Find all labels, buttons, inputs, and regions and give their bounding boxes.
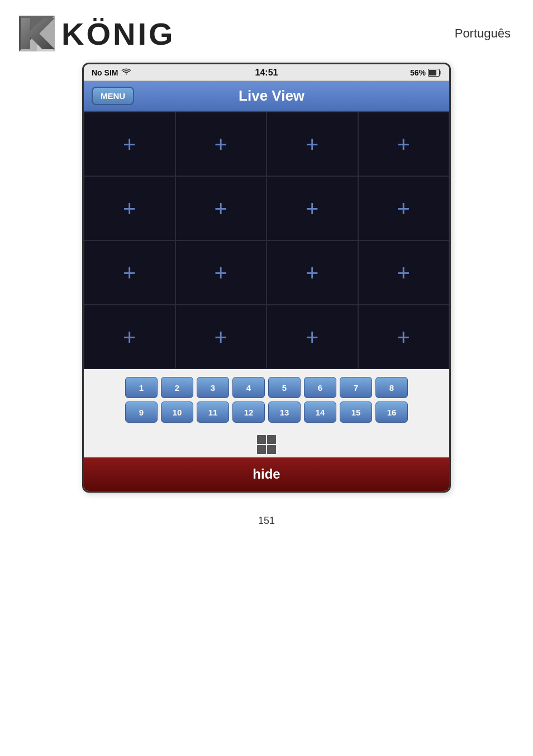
camera-cell-6[interactable]: + (175, 176, 267, 240)
add-camera-icon-4: + (397, 133, 410, 155)
channel-button-8[interactable]: 8 (375, 377, 408, 398)
phone-frame: No SIM 14:51 56% (82, 63, 451, 493)
add-camera-icon-7: + (306, 197, 318, 220)
channel-button-1[interactable]: 1 (125, 377, 158, 398)
camera-cell-1[interactable]: + (84, 112, 175, 176)
add-camera-icon-5: + (123, 197, 136, 220)
add-camera-icon-16: + (397, 326, 410, 348)
battery-icon (428, 69, 441, 77)
grid-cell-1 (257, 435, 266, 444)
camera-cell-14[interactable]: + (175, 305, 267, 369)
camera-cell-9[interactable]: + (84, 240, 175, 305)
brand-name-text: KÖNIG (61, 16, 175, 52)
svg-rect-8 (429, 70, 436, 75)
konig-logo-icon (17, 13, 57, 54)
add-camera-icon-6: + (215, 197, 227, 220)
add-camera-icon-15: + (306, 326, 318, 348)
language-label: Português (455, 26, 511, 41)
channel-row-1: 12345678 (88, 377, 445, 398)
channel-button-13[interactable]: 13 (268, 401, 301, 423)
camera-cell-11[interactable]: + (266, 240, 358, 305)
page-number: 151 (258, 515, 275, 527)
channel-button-15[interactable]: 15 (340, 401, 372, 423)
add-camera-icon-11: + (306, 262, 318, 284)
channel-button-12[interactable]: 12 (232, 401, 265, 423)
add-camera-icon-3: + (306, 133, 318, 155)
channel-button-6[interactable]: 6 (304, 377, 336, 398)
camera-cell-12[interactable]: + (358, 240, 450, 305)
channel-button-16[interactable]: 16 (375, 401, 408, 423)
status-bar: No SIM 14:51 56% (84, 64, 449, 81)
camera-cell-2[interactable]: + (175, 112, 267, 176)
camera-cell-13[interactable]: + (84, 305, 175, 369)
channel-button-3[interactable]: 3 (197, 377, 229, 398)
wifi-icon (121, 68, 131, 77)
add-camera-icon-13: + (123, 326, 136, 348)
camera-cell-4[interactable]: + (358, 112, 450, 176)
camera-cell-5[interactable]: + (84, 176, 175, 240)
camera-cell-16[interactable]: + (358, 305, 450, 369)
grid-cell-3 (257, 445, 266, 454)
add-camera-icon-10: + (215, 262, 227, 284)
add-camera-icon-1: + (123, 133, 136, 155)
page-wrapper: KÖNIG Português No SIM (0, 0, 533, 527)
carrier-label: No SIM (92, 68, 118, 77)
channel-button-11[interactable]: 11 (197, 401, 229, 423)
camera-cell-10[interactable]: + (175, 240, 267, 305)
camera-cell-3[interactable]: + (266, 112, 358, 176)
channel-row-2: 910111213141516 (88, 401, 445, 423)
menu-button[interactable]: MENU (92, 87, 134, 105)
camera-grid: ++++++++++++++++ (84, 111, 449, 369)
channel-area: 12345678 910111213141516 (84, 369, 449, 431)
layout-icon-row (84, 431, 449, 457)
status-right: 56% (410, 68, 441, 77)
camera-cell-8[interactable]: + (358, 176, 450, 240)
battery-label: 56% (410, 68, 426, 77)
add-camera-icon-14: + (215, 326, 227, 348)
hide-button[interactable]: hide (84, 457, 449, 491)
brand-header: KÖNIG Português (0, 0, 533, 63)
channel-button-2[interactable]: 2 (161, 377, 193, 398)
grid-cell-4 (267, 445, 276, 454)
add-camera-icon-9: + (123, 262, 136, 284)
nav-bar: MENU Live View (84, 81, 449, 111)
camera-cell-7[interactable]: + (266, 176, 358, 240)
status-left: No SIM (92, 68, 131, 77)
channel-button-14[interactable]: 14 (304, 401, 336, 423)
channel-button-5[interactable]: 5 (268, 377, 301, 398)
channel-button-4[interactable]: 4 (232, 377, 265, 398)
camera-cell-15[interactable]: + (266, 305, 358, 369)
status-bar-inner: No SIM 14:51 56% (92, 68, 441, 77)
add-camera-icon-2: + (215, 133, 227, 155)
channel-button-10[interactable]: 10 (161, 401, 193, 423)
grid-layout-icon[interactable] (257, 435, 276, 454)
brand-logo: KÖNIG (17, 13, 175, 54)
add-camera-icon-12: + (397, 262, 410, 284)
status-time: 14:51 (255, 68, 278, 78)
add-camera-icon-8: + (397, 197, 410, 220)
grid-cell-2 (267, 435, 276, 444)
channel-button-7[interactable]: 7 (340, 377, 372, 398)
channel-button-9[interactable]: 9 (125, 401, 158, 423)
nav-title: Live View (141, 87, 441, 105)
